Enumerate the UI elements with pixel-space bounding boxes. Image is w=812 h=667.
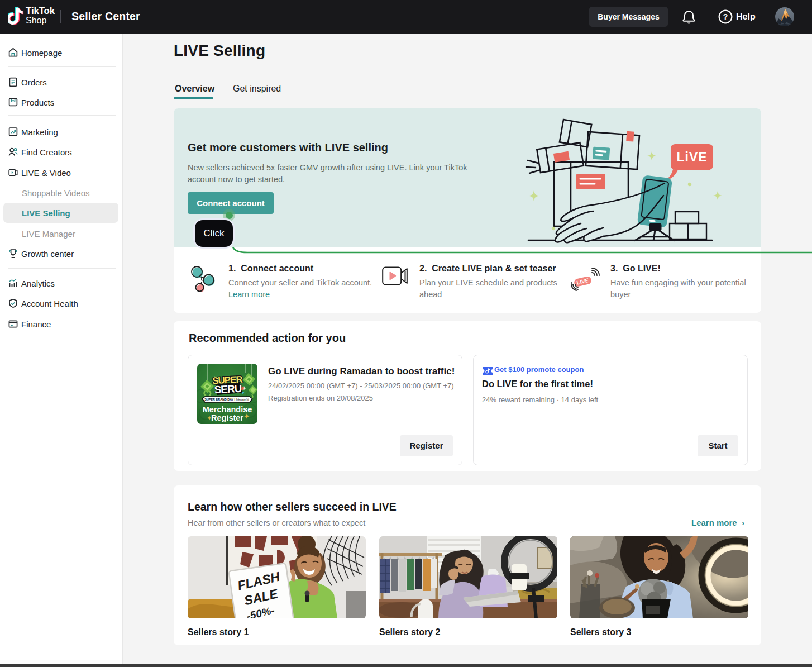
svg-text:SERU: SERU bbox=[214, 383, 242, 396]
svg-text:Merchandise: Merchandise bbox=[203, 405, 252, 414]
svg-text:LiVE: LiVE bbox=[676, 150, 707, 164]
svg-text:Register: Register bbox=[211, 413, 243, 422]
svg-text:?: ? bbox=[723, 12, 728, 21]
svg-text:SUPER BRAND DAY | Megawhit: SUPER BRAND DAY | Megawhit bbox=[204, 398, 249, 401]
svg-text:LIVE: LIVE bbox=[576, 277, 589, 286]
